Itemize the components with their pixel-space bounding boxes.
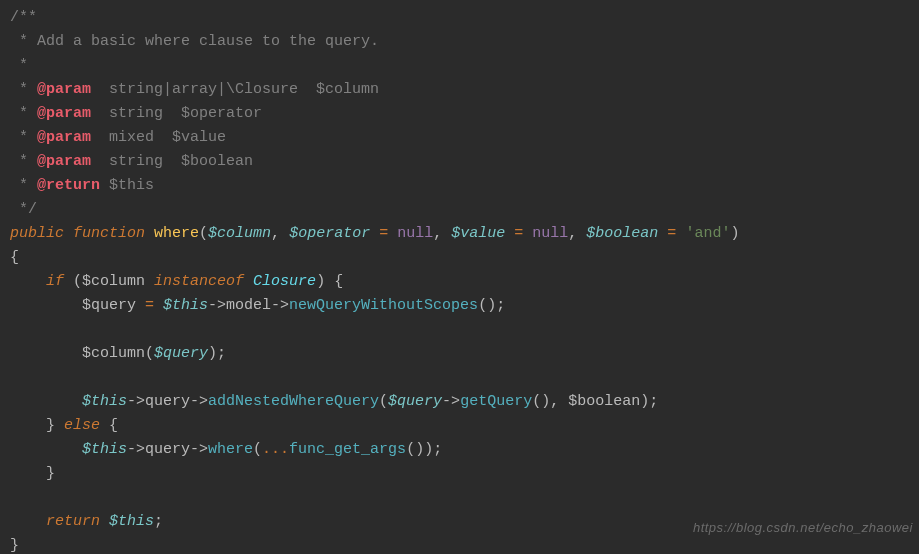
doc-line: * @param string|array|\Closure $column [10, 81, 379, 98]
doctag-param: @param [37, 153, 91, 170]
brace-close: } [10, 537, 19, 554]
doc-line: * @param string $operator [10, 105, 262, 122]
doctag-param: @param [37, 105, 91, 122]
stmt-line: $this->query->addNestedWhereQuery($query… [10, 393, 658, 410]
doc-line: * @return $this [10, 177, 154, 194]
else-line: } else { [10, 417, 118, 434]
brace-open: { [10, 249, 19, 266]
function-signature: public function where($column, $operator… [10, 225, 739, 242]
code-block: /** * Add a basic where clause to the qu… [0, 0, 919, 554]
doc-line: * @param mixed $value [10, 129, 226, 146]
doctag-return: @return [37, 177, 100, 194]
watermark-text: https://blog.csdn.net/echo_zhaowei [693, 516, 913, 540]
return-line: return $this; [10, 513, 163, 530]
doctag-param: @param [37, 81, 91, 98]
doctag-param: @param [37, 129, 91, 146]
comment-line: /** [10, 9, 37, 26]
comment-line: */ [10, 201, 37, 218]
brace-close: } [10, 465, 55, 482]
function-name: where [154, 225, 199, 242]
comment-line: * [10, 57, 28, 74]
stmt-line: $this->query->where(...func_get_args()); [10, 441, 442, 458]
stmt-line: $column($query); [10, 345, 226, 362]
stmt-line: $query = $this->model->newQueryWithoutSc… [10, 297, 505, 314]
doc-line: * @param string $boolean [10, 153, 253, 170]
comment-line: * Add a basic where clause to the query. [10, 33, 379, 50]
if-line: if ($column instanceof Closure) { [10, 273, 343, 290]
